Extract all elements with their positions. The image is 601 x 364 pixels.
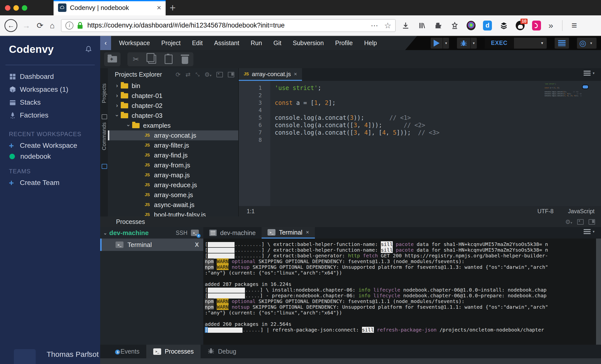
tab-close-icon[interactable]: × [306,229,309,236]
terminal-options-menu[interactable]: ▾ [584,229,595,234]
delete-icon[interactable] [180,54,190,64]
new-terminal-icon[interactable]: >_+ [191,230,199,236]
menu-item-run[interactable]: Run [251,39,262,47]
collapse-all-icon[interactable]: ⤡ [195,72,199,77]
minimize-panel-icon[interactable] [577,219,584,225]
bottom-tab-events[interactable]: 3Events [110,345,146,358]
tree-folder-chapter-03[interactable]: ›chapter-03 [108,111,238,121]
home-icon[interactable]: ⌂ [50,22,55,30]
commands-panel-icon[interactable] [102,164,107,169]
chevron-right-icon[interactable]: › [113,83,121,89]
create-team-link[interactable]: + Create Team [0,177,100,189]
chevron-right-icon[interactable]: › [113,92,121,99]
minimize-window-button[interactable] [13,5,19,11]
menu-item-profile[interactable]: Profile [335,39,353,47]
refresh-icon[interactable]: ⟳ [176,71,180,78]
cut-icon[interactable]: ✂ [131,54,141,64]
exec-dropdown[interactable]: EXEC ▾ [485,38,547,49]
bookmark-star-icon[interactable]: ☆ [384,21,391,30]
tree-folder-bin[interactable]: ›bin [108,81,238,91]
pink-app-icon[interactable] [532,21,541,30]
editor-tab-close-icon[interactable]: × [294,71,297,77]
back-icon[interactable]: ← [4,19,17,32]
tree-folder-examples[interactable]: ›examples [108,121,238,130]
settings-gear-icon[interactable]: ⚙▾ [204,71,211,78]
new-tab-button[interactable]: + [170,2,176,14]
notifications-bell-icon[interactable] [84,45,93,54]
target-button[interactable]: ◎ ▾ [577,38,597,49]
extensions-puzzle-icon[interactable] [434,21,443,30]
menu-item-git[interactable]: Git [273,39,281,47]
copy-icon[interactable] [147,54,157,64]
sidebar-item-factories[interactable]: Factories [0,109,100,122]
new-project-button[interactable]: + [104,52,120,66]
run-caret-down-icon[interactable]: ▾ [443,41,449,45]
maximize-panel-icon[interactable] [228,72,234,77]
layers-icon[interactable] [499,21,508,30]
url-text[interactable]: https://codenvy.io/dashboard/#/ide/hi123… [87,22,371,29]
tab-dev-machine[interactable]: dev-machine [203,227,262,239]
page-actions-icon[interactable]: ⋯ [371,21,379,30]
camera-lens-icon[interactable] [467,21,476,30]
chevron-down-icon[interactable]: › [114,112,120,119]
paste-icon[interactable] [164,54,174,64]
blue-d-app-icon[interactable]: d [483,21,492,30]
tree-file-array-some-js[interactable]: JSarray-some.js [108,190,238,200]
tree-folder-chapter-02[interactable]: ›chapter-02 [108,101,238,111]
tree-file-bool-truthy-falsy-js[interactable]: JSbool-truthy-falsy.js [108,210,238,216]
menu-item-workspace[interactable]: Workspace [119,39,150,47]
page-info-icon[interactable]: i [65,22,73,30]
workspace-item-nodebook[interactable]: nodebook [0,151,100,162]
target-caret-down-icon[interactable]: ▾ [588,41,594,45]
machine-row-dev-machine[interactable]: ⌄ dev-machine SSH >_+ [100,227,203,239]
tree-file-array-map-js[interactable]: JSarray-map.js [108,170,238,180]
link-with-editor-icon[interactable]: ⇄ [185,71,190,78]
chevron-right-icon[interactable]: › [113,102,121,109]
pocket-star-icon[interactable] [450,21,459,30]
projects-panel-icon[interactable] [102,114,107,119]
run-button[interactable]: ▾ [431,38,449,49]
editor-body[interactable]: 12345678 'use strict'; const a = [1, 2];… [239,81,601,206]
terminal-scrollbar[interactable] [596,239,601,345]
tab-close-icon[interactable]: × [157,3,161,12]
editor-tab-array-concat[interactable]: JS array-concat.js × [239,68,302,81]
debug-caret-down-icon[interactable]: ▾ [471,41,477,45]
tree-file-array-filter-js[interactable]: JSarray-filter.js [108,140,238,150]
strip-label-commands[interactable]: Commands [101,141,107,150]
editor-options-menu[interactable]: ▾ [584,71,595,76]
terminal-list-item[interactable]: >_ Terminal X [100,239,203,251]
user-menu[interactable]: Thomas Parisot ⌃ [0,341,100,364]
codenvy-logo[interactable]: Codenvy [9,43,54,55]
sidebar-item-stacks[interactable]: Stacks [0,96,100,109]
maximize-panel-icon[interactable] [589,219,595,225]
close-terminal-icon[interactable]: X [195,241,199,248]
forward-icon[interactable]: → [22,22,30,30]
tree-file-array-from-js[interactable]: JSarray-from.js [108,160,238,170]
tree-file-array-find-js[interactable]: JSarray-find.js [108,150,238,160]
menu-item-assistant[interactable]: Assistant [214,39,239,47]
chevron-down-icon[interactable]: › [125,122,132,129]
overflow-chevron-icon[interactable]: » [548,21,553,30]
editor-scroll-marker[interactable] [582,85,589,89]
reload-icon[interactable]: ⟳ [37,22,43,30]
zoom-window-button[interactable] [22,5,27,11]
debug-button[interactable]: ▾ [457,38,477,49]
menu-item-edit[interactable]: Edit [192,39,203,47]
bottom-tab-processes[interactable]: >_Processes [146,345,201,358]
tree-file-array-concat-js[interactable]: JSarray-concat.js [108,130,238,140]
tree-file-async-await-js[interactable]: JSasync-await.js [108,200,238,210]
download-icon[interactable] [401,21,410,30]
chevron-down-icon[interactable]: ⌄ [103,230,107,236]
language-label[interactable]: JavaScript [568,208,595,215]
minimize-panel-icon[interactable] [216,72,223,77]
collapse-sidebar-button[interactable]: ‹ [100,36,111,50]
close-window-button[interactable] [5,5,10,11]
browser-tab[interactable]: Codenvy | nodebook × [54,0,166,15]
sidebar-item-dashboard[interactable]: Dashboard [0,70,100,83]
terminal-output[interactable]: [.........] \ extract:babel-helper-funct… [203,239,601,345]
strip-label-projects[interactable]: Projects [101,94,107,103]
create-workspace-link[interactable]: + Create Workspace [0,140,100,152]
menu-item-project[interactable]: Project [161,39,181,47]
processes-list-button[interactable] [555,38,569,49]
tab-terminal[interactable]: >_ Terminal × [262,227,315,239]
